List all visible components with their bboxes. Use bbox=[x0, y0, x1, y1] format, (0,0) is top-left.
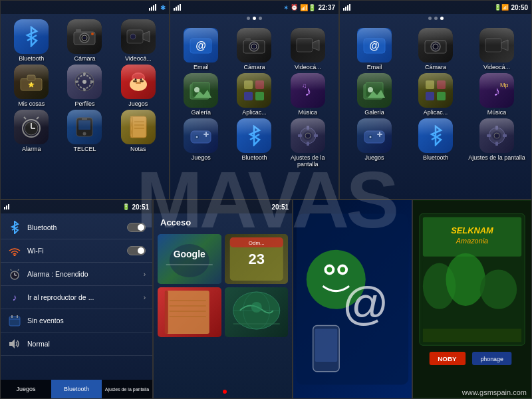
bt-icon-2[interactable] bbox=[237, 118, 271, 153]
tab-bluetooth-4[interactable]: Bluetooth bbox=[51, 380, 102, 398]
app-grid-2: @ Email Cámara bbox=[170, 23, 338, 173]
app-item-bt-2[interactable]: Bluetooth bbox=[229, 118, 279, 168]
miscosas-icon[interactable]: ⭐ bbox=[14, 65, 49, 99]
app-item-music-3[interactable]: ♪ Mp3 Música bbox=[467, 73, 526, 116]
settings-item-wifi[interactable]: Wi-Fi bbox=[1, 239, 152, 263]
app-item-juegos[interactable]: Juegos bbox=[113, 65, 164, 107]
video-icon-3[interactable] bbox=[479, 28, 514, 63]
status-bar-4: 🔋 20:51 bbox=[1, 200, 152, 213]
music-icon-2[interactable]: ♪ ♫ bbox=[291, 73, 325, 108]
email-icon-2[interactable]: @ bbox=[184, 28, 218, 63]
app-item-music-2[interactable]: ♪ ♫ Música bbox=[283, 73, 333, 116]
gallery-icon-3[interactable] bbox=[357, 73, 392, 108]
tab-ajustes-4[interactable]: Ajustes de la pantalla bbox=[102, 380, 152, 398]
settings-music-label: Ir al reproductor de ... bbox=[27, 293, 138, 301]
juegos-icon-2[interactable] bbox=[184, 118, 218, 153]
wifi-toggle[interactable] bbox=[127, 246, 146, 255]
app-item-email-2[interactable]: @ Email bbox=[176, 28, 226, 70]
mario-icon[interactable] bbox=[121, 65, 156, 99]
app-grid-1: Bluetooth Cámara bbox=[1, 14, 169, 158]
clock-icon-2: ⏰ bbox=[291, 4, 298, 11]
app-label-notas: Notas bbox=[130, 146, 146, 152]
juegos-icon-3[interactable] bbox=[357, 118, 392, 153]
app-item-camera[interactable]: Cámara bbox=[59, 19, 110, 62]
acceso-calendar[interactable]: Odm... 23 bbox=[225, 234, 289, 284]
app-item-juegos-2[interactable]: Juegos bbox=[176, 118, 226, 168]
app-item-notas[interactable]: Notas bbox=[113, 110, 164, 152]
tab-juegos-4[interactable]: Juegos bbox=[1, 380, 51, 398]
svg-point-126 bbox=[14, 255, 16, 257]
video-icon[interactable] bbox=[121, 19, 156, 54]
bottom-tabs-4: Juegos Bluetooth Ajustes de la pantalla bbox=[1, 380, 152, 398]
app-item-settings-2[interactable]: Ajustes de la pantalla bbox=[283, 118, 333, 168]
app-label-gallery-2: Galería bbox=[191, 109, 211, 116]
app-label-alarma: Alarma bbox=[22, 146, 41, 152]
gallery-icon-2[interactable] bbox=[184, 73, 218, 108]
app-item-juegos-3[interactable]: Juegos bbox=[345, 118, 404, 161]
camera-icon-2[interactable] bbox=[237, 28, 271, 63]
app-item-gallery-2[interactable]: Galería bbox=[176, 73, 226, 116]
app-item-gallery-3[interactable]: Galería bbox=[345, 73, 404, 116]
time-display-4: 20:51 bbox=[132, 203, 149, 211]
acceso-maps[interactable] bbox=[225, 287, 289, 337]
svg-text:Google: Google bbox=[174, 249, 205, 259]
icons-row-3: 🔋📶 bbox=[494, 4, 509, 11]
bt-status-2: ✶ bbox=[283, 4, 289, 11]
app-item-camera-3[interactable]: Cámara bbox=[406, 28, 465, 70]
settings-item-alarm[interactable]: Alarma : Encendido › bbox=[1, 263, 152, 286]
svg-rect-87 bbox=[345, 7, 346, 11]
settings-item-music[interactable]: ♪ Ir al reproductor de ... › bbox=[1, 286, 152, 309]
svg-point-64 bbox=[194, 87, 200, 92]
acceso-google[interactable]: Google bbox=[158, 234, 221, 284]
app-item-video-3[interactable]: Videocá... bbox=[467, 28, 526, 70]
camera-icon[interactable] bbox=[67, 19, 102, 54]
settings-item-bluetooth[interactable]: Bluetooth bbox=[1, 216, 152, 239]
settings-icon-3[interactable] bbox=[479, 118, 514, 153]
app-item-apps-3[interactable]: Aplicac... bbox=[406, 73, 465, 116]
settings-item-sound[interactable]: Normal bbox=[1, 332, 152, 356]
app-item-alarma[interactable]: Alarma bbox=[6, 110, 57, 152]
app-item-perfiles[interactable]: Perfiles bbox=[59, 65, 110, 107]
svg-point-9 bbox=[83, 37, 86, 39]
camera-icon-3[interactable] bbox=[418, 28, 453, 63]
app-item-video-2[interactable]: Videocá... bbox=[283, 28, 333, 70]
apps-icon-3[interactable] bbox=[418, 73, 453, 108]
settings-icon-2[interactable] bbox=[291, 118, 325, 153]
acceso-notes[interactable] bbox=[158, 287, 221, 337]
status-bar-2: ✶ ⏰ 📶🔋 22:37 bbox=[170, 1, 338, 14]
app-label-juegos: Juegos bbox=[128, 100, 148, 107]
app-item-telcel[interactable]: TELCEL bbox=[59, 110, 110, 152]
notas-icon[interactable] bbox=[121, 110, 156, 144]
app-item-email-3[interactable]: @ Email bbox=[345, 28, 404, 70]
bluetooth-icon[interactable] bbox=[14, 19, 49, 54]
svg-rect-3 bbox=[155, 4, 156, 11]
svg-rect-110 bbox=[377, 134, 382, 135]
perfiles-icon[interactable] bbox=[67, 65, 102, 99]
dot-1 bbox=[247, 17, 250, 20]
telcel-icon[interactable] bbox=[67, 110, 102, 144]
alarma-icon[interactable] bbox=[14, 110, 49, 144]
app-label-juegos-2: Juegos bbox=[192, 154, 211, 161]
app-item-miscosas[interactable]: ⭐ Mis cosas bbox=[6, 65, 57, 107]
app-item-camera-2[interactable]: Cámara bbox=[229, 28, 279, 70]
app-label-bluetooth: Bluetooth bbox=[19, 55, 44, 62]
battery-4: 🔋 bbox=[122, 203, 130, 210]
signal-icon-2 bbox=[174, 3, 183, 12]
app-label-apps-2: Aplicac... bbox=[242, 109, 267, 116]
video-icon-2[interactable] bbox=[291, 28, 325, 63]
apps-icon-2[interactable] bbox=[237, 73, 271, 108]
bt-toggle[interactable] bbox=[127, 223, 146, 232]
settings-item-events[interactable]: Sin eventos bbox=[1, 309, 152, 332]
app-item-settings-3[interactable]: Ajustes de la pantalla bbox=[467, 118, 526, 161]
bt-icon-3[interactable] bbox=[418, 118, 453, 153]
app-item-video[interactable]: Videocá... bbox=[113, 19, 164, 62]
app-item-apps-2[interactable]: Aplicac... bbox=[229, 73, 279, 116]
email-icon-3[interactable]: @ bbox=[357, 28, 392, 63]
music-icon-3[interactable]: ♪ Mp3 bbox=[479, 73, 514, 108]
alarm-settings-icon bbox=[7, 267, 22, 281]
svg-point-109 bbox=[370, 136, 372, 138]
svg-marker-136 bbox=[9, 339, 15, 348]
app-item-bt-3[interactable]: Bluetooth bbox=[406, 118, 465, 161]
app-item-bluetooth[interactable]: Bluetooth bbox=[6, 19, 57, 62]
svg-rect-2 bbox=[153, 5, 154, 11]
